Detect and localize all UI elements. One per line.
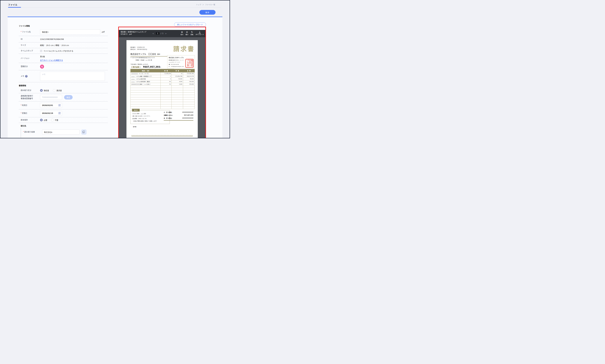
original-not-required-option[interactable]: 不要 (51, 119, 58, 121)
bank-line: 支払期限： 2021 / 12 / 31 (132, 118, 168, 119)
invoice-amount-line: 【 請求金額 】 ¥407,957,393- (130, 66, 174, 69)
table-empty-row (131, 97, 195, 100)
invoice-date: 2021年12月21日 (137, 49, 147, 50)
prev-page-icon[interactable]: < (152, 32, 155, 35)
invoice-title: 請求書 (173, 44, 195, 53)
breadcrumb: トップ ＞ ファイル一覧 (195, 3, 215, 6)
row-file-name: ファイル名 .pdf (19, 28, 108, 36)
rotate-label: 回転 (191, 34, 193, 35)
preview-gap (119, 27, 205, 30)
all-versions-link[interactable]: 全てのバージョンを確認する (40, 59, 63, 61)
active-tab-underline (8, 7, 21, 8)
table-empty-row (131, 88, 195, 90)
timestamp-checkbox[interactable] (40, 50, 42, 52)
radio-off-icon (51, 119, 54, 121)
download-button[interactable]: ↓ ダウンロード (195, 31, 204, 36)
reg-number-label-line1: 適格請求書発行 (21, 95, 40, 97)
help-icon[interactable]: ? (25, 75, 28, 78)
breadcrumb-home[interactable]: トップ (196, 4, 201, 6)
read-type-option-invoice[interactable]: 請求書 (53, 89, 62, 92)
table-empty-row (131, 95, 195, 97)
table-row: 〇〇〇〇〇〇 サンプル タイプA 12,345,678 10 123,456,7… (131, 72, 195, 75)
pdf-toolbar: 領収書3（新規作成/タイムスタンプ 付与あり）.pdf < 1 / 1 > ⊕ … (119, 30, 205, 37)
table-empty-row (131, 107, 195, 109)
reg-number-label-line2: 事業者登録番号 (21, 97, 40, 100)
use-date-label: 利用日 (21, 104, 40, 107)
register-type-label: 登録区分 (21, 65, 40, 68)
size-label: サイズ (21, 44, 40, 47)
section-file-info: ファイル情報 (19, 25, 108, 27)
zoom-out-label: 縮小 (186, 34, 188, 35)
row-receive-date: 受領日 (19, 109, 108, 117)
page-cut-line (131, 135, 193, 136)
zoom-out-button[interactable]: ⊖ 縮小 (186, 31, 188, 36)
row-reg-number: 適格請求書発行 事業者登録番号 検証 (19, 93, 108, 102)
read-result-input[interactable] (42, 130, 80, 134)
table-row: △△△△ システムの取付作業 3 30,000 90,000 (131, 78, 195, 80)
zoom-in-button[interactable]: ⊕ 拡大 (180, 31, 183, 36)
recipient-address: 〒 123-1234 東京都世田谷区〇〇〇 1-2-3 (130, 57, 155, 58)
pdf-file-title-line1: 領収書3（新規作成/タイムスタンプ (121, 31, 146, 33)
current-page-input[interactable]: 1 (156, 32, 160, 35)
upload-new-file-button[interactable]: 新しいファイルをアップロード (174, 22, 206, 27)
receive-date-field (40, 111, 62, 116)
vendor-nested-block: 読み取り結果 取引先マスタ 取引先A ▼ (21, 128, 108, 138)
copy-icon[interactable] (81, 130, 87, 135)
table-empty-row (131, 102, 195, 104)
radio-off-icon (53, 89, 55, 92)
file-name-label: ファイル名 (21, 31, 40, 33)
invoice-number-label: 請求番号： (130, 47, 137, 48)
row-id: ID 22A2109B3B87626BA398 (19, 36, 108, 42)
total-label: 合 計 (税込) (164, 117, 172, 119)
read-type-option-receipt-label: 領収書 (44, 89, 49, 92)
row-original-storage: 原本保存 必要 不要 (19, 117, 108, 123)
content-panel: ファイル情報 ファイル名 .pdf ID 22A2109B3B87626BA39… (8, 17, 222, 138)
subtotal-row: 小 計 (税抜) ########## (164, 111, 193, 114)
verify-button[interactable]: 検証 (64, 95, 73, 100)
page-header: ファイル トップ ＞ ファイル一覧 保存 (0, 0, 230, 17)
col-amount: 金 額 (183, 69, 195, 72)
subtotal-value: ########## (182, 112, 193, 113)
read-type-option-invoice-label: 請求書 (56, 89, 62, 92)
radio-on-icon (40, 89, 43, 92)
recipient-name: 株式会社サンプル 〇〇支社 (130, 53, 156, 55)
memo-textarea[interactable] (40, 72, 105, 81)
table-empty-row (131, 90, 195, 93)
col-unit-price: 単 価 (171, 69, 183, 72)
notes-label: 備考欄： (133, 126, 137, 128)
next-page-icon[interactable]: > (165, 32, 167, 35)
memo-label: メモ (21, 75, 24, 78)
row-timestamp: タイムスタンプ ファイルにタイムスタンプを付与する (19, 48, 108, 54)
reg-number-input[interactable] (40, 95, 62, 100)
save-button[interactable]: 保存 (199, 10, 216, 15)
page-separator: / (161, 32, 161, 34)
file-name-input[interactable] (40, 29, 100, 34)
vendor-master-select[interactable]: 取引先A ▼ (42, 137, 79, 138)
pdf-viewer-area: 請求番号： 123456-123 請求日付： 2021年12月21日 請求書 株… (119, 37, 205, 138)
rotate-button[interactable]: ↻ 回転 (191, 31, 193, 36)
row-size: サイズ 縦幅： 29.5 cm / 横幅： 20.8 cm (19, 42, 108, 48)
invoice-date-label: 請求日付： (130, 49, 137, 50)
pdf-file-title-line2: 付与あり）.pdf (121, 33, 146, 35)
invoice-amount-label: 【 請求金額 】 (130, 66, 141, 68)
calendar-icon[interactable] (58, 104, 61, 106)
table-empty-row (131, 86, 195, 88)
original-not-required-label: 不要 (55, 119, 58, 121)
totals-underline (164, 120, 193, 121)
calendar-icon[interactable] (58, 112, 61, 114)
issuer-name: 株式会社 日本サンプル (169, 56, 193, 59)
rotate-icon: ↻ (191, 31, 193, 33)
page-navigation: < 1 / 1 > (152, 32, 167, 35)
original-required-option[interactable]: 必要 (40, 119, 47, 121)
zoom-in-label: 拡大 (180, 34, 183, 35)
table-empty-row (131, 93, 195, 95)
recipient-contact: 営業部 担当者：△△ 口口 様 (136, 59, 152, 61)
page-title: ファイル (8, 3, 17, 6)
invoice-amount-value: ¥407,957,393- (143, 66, 161, 68)
table-row: △△△△ システム機器（自動調整タイプ） 2 123,456,789 246,9… (131, 75, 195, 78)
read-type-option-receipt[interactable]: 領収書 (40, 89, 49, 92)
zoom-out-icon: ⊖ (186, 31, 188, 33)
tax-value: ¥37,087,035 (184, 115, 193, 116)
tax-row: 消費税 (10%) ¥37,087,035 (164, 114, 193, 117)
pdf-tools: ⊕ 拡大 ⊖ 縮小 ↻ 回転 ↓ ダウンロード (180, 31, 204, 36)
